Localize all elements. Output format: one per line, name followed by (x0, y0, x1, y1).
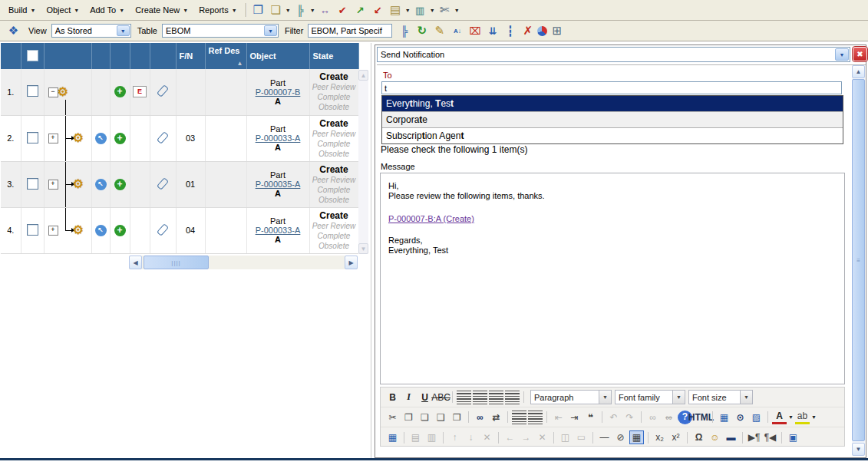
to-input[interactable] (381, 81, 842, 94)
row-checkbox[interactable] (27, 224, 38, 236)
table-insert-icon[interactable]: ▦ (385, 430, 400, 444)
blockquote-icon[interactable]: ❝ (583, 411, 598, 424)
add-icon[interactable]: + (114, 179, 126, 190)
strikethrough-icon[interactable]: ABC (434, 391, 448, 404)
v-scroll-thumb[interactable]: ≡ (852, 79, 865, 441)
attachment-icon[interactable] (157, 131, 169, 144)
object-link[interactable]: P-000035-A (256, 180, 301, 189)
panel-vertical-scrollbar[interactable]: ▲ ≡ ▼ (852, 65, 865, 456)
expand-toggle[interactable]: + (48, 180, 58, 190)
structure-filter-icon[interactable]: ╠ (396, 23, 412, 38)
find-icon[interactable]: ∞ (473, 411, 487, 424)
filter-input[interactable] (308, 24, 392, 38)
print-dropdown-icon[interactable]: ▼ (404, 2, 411, 18)
row-checkbox[interactable] (27, 85, 38, 97)
bullet-list-icon[interactable] (512, 411, 526, 424)
underline-icon[interactable]: U (417, 391, 432, 404)
delete-filter-icon[interactable]: ⌧ (467, 23, 483, 38)
rtl-icon[interactable]: ¶◀ (763, 430, 777, 444)
promote-icon[interactable]: ↗ (352, 2, 368, 18)
html-icon[interactable]: HTML (694, 411, 708, 424)
sort-az-icon[interactable]: A↓ (449, 23, 465, 38)
header-select-all[interactable] (21, 43, 44, 69)
tree-nodes-icon[interactable]: ┇ (502, 23, 518, 38)
remove-format-icon[interactable]: ⊘ (613, 430, 628, 444)
header-refdes[interactable]: Ref Des▲ (205, 43, 246, 69)
object-link[interactable]: P-000033-A (256, 226, 301, 235)
indent-icon[interactable]: ⇥ (567, 411, 582, 424)
expand-icon[interactable]: ❖ (5, 23, 21, 38)
superscript-icon[interactable]: x² (668, 430, 683, 444)
align-center-icon[interactable] (473, 391, 487, 404)
expand-toggle[interactable]: + (48, 134, 58, 143)
paragraph-select[interactable]: Paragraph▼ (530, 390, 612, 404)
text-color-dropdown-icon[interactable]: ▼ (787, 410, 794, 425)
object-link[interactable]: P-000033-A (256, 134, 301, 143)
refresh-icon[interactable]: ↻ (414, 23, 430, 38)
italic-icon[interactable]: I (401, 391, 416, 404)
highlight-icon[interactable]: ab (795, 411, 810, 424)
header-state[interactable]: State (309, 43, 358, 69)
windows-icon[interactable]: ❐ (250, 2, 266, 18)
close-button[interactable]: ✖ (853, 47, 867, 61)
grid-horizontal-scrollbar[interactable]: ◀ |||| ▶ (129, 256, 358, 269)
preview-icon[interactable]: ▨ (749, 411, 764, 424)
bold-icon[interactable]: B (385, 391, 400, 404)
emotions-icon[interactable]: ☺ (708, 430, 722, 444)
hr-icon[interactable]: — (597, 430, 612, 444)
paste-text-icon[interactable]: ❑ (434, 411, 448, 424)
menu-item-build[interactable]: Build▼ (3, 3, 41, 17)
menu-item-create-new[interactable]: Create New▼ (130, 3, 193, 17)
header-fn[interactable]: F/N (176, 43, 205, 69)
change-pending-icon[interactable]: E (133, 86, 147, 97)
subscript-icon[interactable]: x₂ (652, 430, 667, 444)
chart-pie-icon[interactable] (537, 26, 547, 36)
copy2-icon[interactable]: ❐ (401, 411, 416, 424)
remove-marker-icon[interactable]: ✗ (520, 23, 536, 38)
font-size-select[interactable]: Font size▼ (688, 390, 753, 404)
guidelines-icon[interactable]: ▦ (629, 430, 644, 444)
columns-icon[interactable]: ▥ (412, 2, 428, 18)
menu-item-add-to[interactable]: Add To▼ (84, 3, 130, 17)
font-family-select[interactable]: Font family▼ (615, 390, 685, 404)
h-scroll-thumb[interactable]: |||| (144, 256, 209, 269)
row-checkbox[interactable] (27, 178, 38, 190)
scroll-right-button[interactable]: ▶ (345, 256, 358, 269)
object-link[interactable]: P-000007-B (256, 87, 301, 97)
menu-item-reports[interactable]: Reports▼ (193, 3, 242, 17)
structure-icon[interactable]: ╠ (292, 2, 309, 18)
add-icon[interactable]: + (114, 86, 126, 97)
scroll-up-button[interactable]: ▲ (358, 70, 368, 81)
text-color-icon[interactable]: A (772, 411, 787, 424)
insert-time-icon[interactable]: ⊙ (733, 411, 748, 424)
menu-item-object[interactable]: Object▼ (41, 3, 84, 17)
sort-tree-icon[interactable]: ⇊ (484, 23, 500, 38)
find-replace-icon[interactable]: ⇄ (489, 411, 503, 424)
message-editor-area[interactable]: Hi, Please review the following items, t… (380, 173, 845, 384)
add-icon[interactable]: + (114, 225, 126, 236)
copy-dropdown-icon[interactable]: ▼ (285, 2, 292, 18)
item-link[interactable]: P-000007-B:A (Create) (388, 214, 474, 223)
charmap-icon[interactable]: Ω (691, 430, 706, 444)
row-checkbox[interactable] (27, 132, 38, 143)
align-left-icon[interactable] (457, 391, 471, 404)
insert-date-icon[interactable]: ▦ (717, 411, 731, 424)
expand-toggle[interactable]: + (48, 226, 58, 236)
print-icon[interactable]: ▤ (388, 2, 404, 18)
align-right-icon[interactable] (489, 391, 503, 404)
suggestion-item[interactable]: Corporate (382, 112, 843, 128)
navigate-icon[interactable]: ↖ (95, 225, 107, 236)
ltr-icon[interactable]: ▶¶ (747, 430, 761, 444)
edit-icon[interactable]: ✎ (431, 23, 447, 38)
toggle-list-icon[interactable]: ⊞ (549, 23, 565, 38)
view-select[interactable]: As Stored▼ (51, 24, 131, 38)
scroll-down-button[interactable]: ▼ (358, 243, 368, 254)
attachment-icon[interactable] (157, 84, 169, 97)
scroll-left-button[interactable]: ◀ (129, 256, 142, 269)
structure-dropdown-icon[interactable]: ▼ (309, 2, 316, 18)
table-select[interactable]: EBOM▼ (162, 24, 279, 38)
transfer-icon[interactable]: ↔ (317, 2, 333, 18)
add-icon[interactable]: + (114, 133, 126, 144)
grid-vertical-scrollbar[interactable]: ▲ ▼ (358, 70, 368, 254)
notification-type-select[interactable]: Send Notification ▼ (377, 47, 850, 62)
